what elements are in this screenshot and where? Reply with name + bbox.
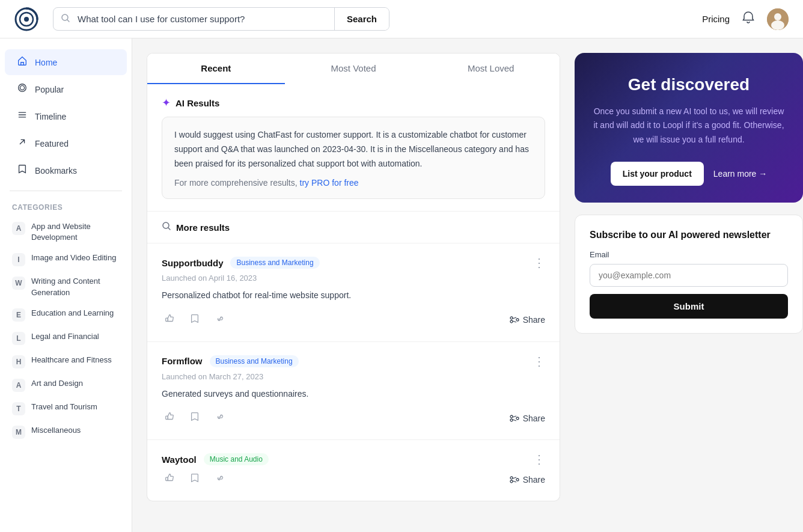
share-button[interactable]: Share xyxy=(510,414,545,423)
result-name[interactable]: Waytool xyxy=(162,454,197,465)
tab-most_loved[interactable]: Most Loved xyxy=(422,54,560,84)
layout: HomePopularTimelineFeaturedBookmarks Cat… xyxy=(0,38,803,532)
category-name: Education and Learning xyxy=(31,308,114,319)
svg-point-2 xyxy=(24,17,29,22)
table-row: Waytool Music and Audio ⋮ S xyxy=(147,439,560,501)
category-item-image-and-video-editing[interactable]: IImage and Video Editing xyxy=(0,248,132,271)
table-row: Formflow Business and Marketing ⋮ Launch… xyxy=(147,341,560,439)
search-sm-icon xyxy=(162,221,171,233)
sidebar-item-bookmarks[interactable]: Bookmarks xyxy=(5,157,127,183)
result-tag[interactable]: Business and Marketing xyxy=(230,257,319,269)
get-discovered-title: Get discovered xyxy=(591,75,786,95)
category-letter: E xyxy=(12,308,25,322)
svg-rect-21 xyxy=(166,477,168,480)
sidebar-item-timeline[interactable]: Timeline xyxy=(5,103,127,129)
sidebar-item-featured[interactable]: Featured xyxy=(5,130,127,156)
more-options-button[interactable]: ⋮ xyxy=(533,452,545,466)
svg-rect-10 xyxy=(19,114,26,115)
avatar[interactable] xyxy=(767,8,789,30)
svg-point-14 xyxy=(516,319,519,321)
share-button[interactable]: Share xyxy=(510,475,545,485)
popular-icon xyxy=(17,82,28,96)
search-button[interactable]: Search xyxy=(334,8,389,30)
link-icon[interactable] xyxy=(212,470,228,489)
sidebar-item-label: Timeline xyxy=(35,112,66,121)
svg-point-15 xyxy=(510,317,513,319)
thumbs-up-icon[interactable] xyxy=(162,409,177,427)
category-name: Art and Design xyxy=(31,378,83,389)
result-actions: Share xyxy=(162,311,545,329)
submit-button[interactable]: Submit xyxy=(590,294,788,319)
svg-rect-11 xyxy=(19,117,26,117)
category-item-healthcare-and-fitness[interactable]: HHealthcare and Fitness xyxy=(0,350,132,373)
category-letter: L xyxy=(12,332,25,345)
category-item-writing-and-content-generation[interactable]: WWriting and Content Generation xyxy=(0,271,132,302)
svg-point-18 xyxy=(516,417,519,420)
category-letter: A xyxy=(12,379,25,392)
bookmark-icon[interactable] xyxy=(187,311,203,329)
bookmark-icon[interactable] xyxy=(187,470,203,489)
svg-rect-9 xyxy=(19,112,26,113)
result-tag[interactable]: Music and Audio xyxy=(204,453,269,465)
result-tag[interactable]: Business and Marketing xyxy=(210,355,299,367)
email-input[interactable] xyxy=(590,264,788,287)
categories-label: Categories xyxy=(0,198,132,216)
sidebar-item-home[interactable]: Home xyxy=(5,49,127,75)
link-icon[interactable] xyxy=(212,409,228,427)
thumbs-up-icon[interactable] xyxy=(162,470,177,489)
learn-more-link[interactable]: Learn more → xyxy=(713,169,767,179)
svg-point-16 xyxy=(510,320,513,323)
result-cards-list: Supportbuddy Business and Marketing ⋮ La… xyxy=(147,243,560,501)
pricing-link[interactable]: Pricing xyxy=(702,14,730,24)
sparkle-icon: ✦ xyxy=(162,96,171,109)
link-icon[interactable] xyxy=(212,311,228,329)
category-item-app-and-website-development[interactable]: AApp and Website Development xyxy=(0,216,132,248)
result-card-left: Supportbuddy Business and Marketing xyxy=(162,257,320,269)
category-name: Healthcare and Fitness xyxy=(31,355,112,365)
svg-rect-13 xyxy=(166,318,168,321)
result-actions: Share xyxy=(162,470,545,489)
result-name[interactable]: Formflow xyxy=(162,356,203,366)
sidebar-item-popular[interactable]: Popular xyxy=(5,76,127,102)
pro-link[interactable]: try PRO for free xyxy=(300,178,359,188)
bell-icon[interactable] xyxy=(742,11,755,27)
timeline-icon xyxy=(17,109,28,123)
category-letter: W xyxy=(12,277,25,290)
search-input[interactable] xyxy=(78,8,334,30)
category-item-education-and-learning[interactable]: EEducation and Learning xyxy=(0,303,132,326)
email-label: Email xyxy=(590,250,788,259)
right-sidebar: Get discovered Once you submit a new AI … xyxy=(575,38,803,532)
svg-point-8 xyxy=(20,85,24,90)
more-options-button[interactable]: ⋮ xyxy=(533,354,545,368)
category-item-art-and-design[interactable]: AArt and Design xyxy=(0,373,132,397)
logo[interactable] xyxy=(14,7,38,31)
category-letter: T xyxy=(12,402,25,415)
ai-results-header: ✦ AI Results xyxy=(147,84,560,117)
svg-point-19 xyxy=(510,415,513,418)
category-item-travel-and-tourism[interactable]: TTravel and Tourism xyxy=(0,397,132,420)
thumbs-up-icon[interactable] xyxy=(162,311,177,329)
category-item-miscellaneous[interactable]: MMiscellaneous xyxy=(0,420,132,444)
result-card-header: Supportbuddy Business and Marketing ⋮ xyxy=(162,255,545,270)
result-description: Personalized chatbot for real-time websi… xyxy=(162,289,545,302)
more-options-button[interactable]: ⋮ xyxy=(533,255,545,270)
newsletter-title: Subscribe to our AI powered newsletter xyxy=(590,230,788,240)
result-card-header: Waytool Music and Audio ⋮ xyxy=(162,452,545,466)
list-product-button[interactable]: List your product xyxy=(611,162,704,186)
bookmark-icon[interactable] xyxy=(187,409,203,427)
category-name: Travel and Tourism xyxy=(31,402,97,412)
category-name: Image and Video Editing xyxy=(31,252,116,263)
get-discovered-desc: Once you submit a new AI tool to us, we … xyxy=(591,105,786,147)
category-letter: A xyxy=(12,222,25,235)
home-icon xyxy=(17,55,28,69)
category-name: Writing and Content Generation xyxy=(31,276,120,298)
tab-recent[interactable]: Recent xyxy=(147,54,285,84)
result-name[interactable]: Supportbuddy xyxy=(162,258,223,268)
share-button[interactable]: Share xyxy=(510,315,545,325)
sidebar-divider xyxy=(10,191,122,191)
tab-most_voted[interactable]: Most Voted xyxy=(285,54,423,84)
category-item-legal-and-financial[interactable]: LLegal and Financial xyxy=(0,326,132,350)
ai-results-title: AI Results xyxy=(176,98,219,108)
result-card-left: Formflow Business and Marketing xyxy=(162,355,299,367)
get-discovered-card: Get discovered Once you submit a new AI … xyxy=(575,53,803,203)
